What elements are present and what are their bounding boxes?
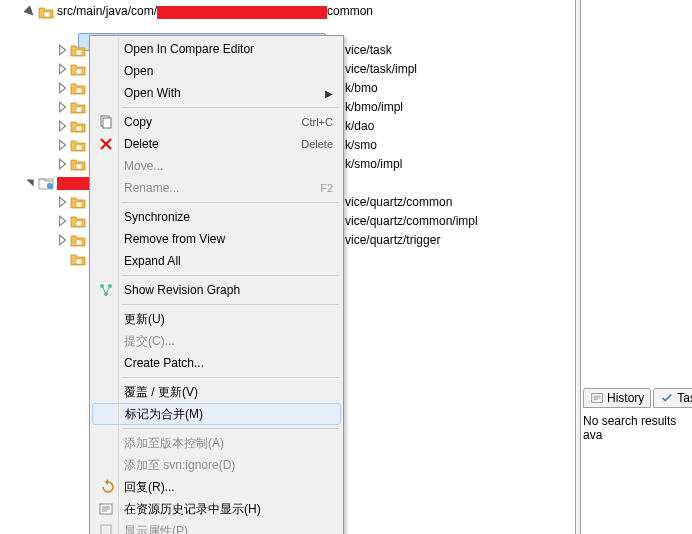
package-folder-icon — [70, 213, 86, 229]
menu-item-label: Open With — [124, 86, 321, 100]
menu-item[interactable]: Expand All — [92, 250, 341, 272]
right-panel: History Tasks No search results ava — [577, 0, 692, 534]
expander-closed-icon[interactable] — [56, 120, 68, 132]
menu-item-label: 在资源历史记录中显示(H) — [124, 501, 333, 518]
package-folder-icon — [70, 99, 86, 115]
menu-shortcut: F2 — [320, 182, 333, 194]
menu-separator — [122, 304, 339, 305]
expander-open-icon[interactable] — [24, 6, 36, 18]
history-icon — [590, 391, 604, 405]
tab-history[interactable]: History — [583, 388, 651, 408]
menu-item[interactable]: Show Revision Graph — [92, 279, 341, 301]
menu-separator — [122, 275, 339, 276]
package-folder-icon — [70, 118, 86, 134]
menu-item-label: Expand All — [124, 254, 333, 268]
expander-closed-icon[interactable] — [56, 196, 68, 208]
expander-closed-icon[interactable] — [56, 101, 68, 113]
menu-item[interactable]: CopyCtrl+C — [92, 111, 341, 133]
menu-item-label: Open — [124, 64, 333, 78]
tree-item-suffix: vice/quartz/common — [345, 195, 452, 209]
menu-item[interactable]: 覆盖 / 更新(V) — [92, 381, 341, 403]
menu-item[interactable]: Open — [92, 60, 341, 82]
svg-rect-0 — [44, 12, 50, 17]
expander-closed-icon[interactable] — [56, 215, 68, 227]
tree-item-suffix: k/smo — [345, 138, 377, 152]
menu-shortcut: Ctrl+C — [302, 116, 333, 128]
svg-rect-3 — [76, 88, 82, 93]
expander-closed-icon[interactable] — [56, 158, 68, 170]
menu-icon-empty — [94, 83, 118, 103]
svg-rect-11 — [76, 221, 82, 226]
menu-icon-divider — [118, 38, 119, 534]
package-folder-icon — [70, 251, 86, 267]
expander-closed-icon[interactable] — [56, 234, 68, 246]
tree-item-suffix: k/dao — [345, 119, 374, 133]
menu-icon-empty — [94, 382, 118, 402]
menu-item[interactable]: Synchronize — [92, 206, 341, 228]
menu-icon-empty — [94, 331, 118, 351]
menu-item[interactable]: Open With▶ — [92, 82, 341, 104]
menu-item[interactable]: Open In Compare Editor — [92, 38, 341, 60]
vertical-splitter[interactable] — [577, 0, 581, 534]
menu-item-label: Remove from View — [124, 232, 333, 246]
package-folder-icon — [70, 156, 86, 172]
menu-item[interactable]: DeleteDelete — [92, 133, 341, 155]
expander-open-icon[interactable] — [24, 177, 36, 189]
menu-item[interactable]: Remove from View — [92, 228, 341, 250]
tree-item-suffix: vice/quartz/common/impl — [345, 214, 478, 228]
menu-icon-empty — [94, 455, 118, 475]
menu-item: Rename...F2 — [92, 177, 341, 199]
menu-item-label: 更新(U) — [124, 311, 333, 328]
tree-item-suffix: vice/task/impl — [345, 62, 417, 76]
delete-icon — [94, 134, 118, 154]
menu-icon-empty — [94, 251, 118, 271]
menu-item-label: Create Patch... — [124, 356, 333, 370]
tree-root-row[interactable]: src/main/java/com/common — [0, 2, 575, 21]
history-icon — [94, 499, 118, 519]
menu-item-label: Rename... — [124, 181, 320, 195]
menu-item: 添加至版本控制(A) — [92, 432, 341, 454]
svg-rect-7 — [76, 164, 82, 169]
tab-tasks[interactable]: Tasks — [653, 388, 692, 408]
menu-item-label: Show Revision Graph — [124, 283, 333, 297]
menu-item-label: Delete — [124, 137, 301, 151]
menu-item: 显示属性(P) — [92, 520, 341, 534]
menu-shortcut: Delete — [301, 138, 333, 150]
menu-item[interactable]: 更新(U) — [92, 308, 341, 330]
package-folder-icon — [70, 42, 86, 58]
menu-item[interactable]: 回复(R)... — [92, 476, 341, 498]
menu-icon-empty — [94, 156, 118, 176]
svg-rect-1 — [76, 50, 82, 55]
menu-icon-empty — [94, 61, 118, 81]
tree-item-suffix: k/bmo/impl — [345, 100, 403, 114]
menu-item[interactable]: 在资源历史记录中显示(H) — [92, 498, 341, 520]
svg-rect-12 — [76, 240, 82, 245]
package-folder-icon — [70, 137, 86, 153]
expander-closed-icon[interactable] — [56, 44, 68, 56]
menu-item[interactable]: Create Patch... — [92, 352, 341, 374]
menu-separator — [122, 428, 339, 429]
menu-separator — [122, 377, 339, 378]
expander-closed-icon[interactable] — [56, 63, 68, 75]
revert-icon — [94, 477, 118, 497]
svg-rect-5 — [76, 126, 82, 131]
menu-item-label: Move... — [124, 159, 333, 173]
menu-item-label: 覆盖 / 更新(V) — [124, 384, 333, 401]
menu-item[interactable]: 标记为合并(M) — [92, 403, 341, 425]
svg-rect-10 — [76, 202, 82, 207]
menu-item-label: Synchronize — [124, 210, 333, 224]
expander-closed-icon[interactable] — [56, 82, 68, 94]
menu-icon-empty — [94, 309, 118, 329]
menu-item-label: Open In Compare Editor — [124, 42, 333, 56]
menu-item: 提交(C)... — [92, 330, 341, 352]
menu-separator — [122, 107, 339, 108]
svg-rect-6 — [76, 145, 82, 150]
package-folder-icon — [38, 4, 54, 20]
svg-rect-4 — [76, 107, 82, 112]
expander-none — [56, 253, 68, 265]
svg-rect-15 — [103, 118, 111, 128]
project-explorer-pane: src/main/java/com/common svice/tasksvice… — [0, 0, 576, 534]
menu-item-label: Copy — [124, 115, 302, 129]
tree-item-suffix: vice/quartz/trigger — [345, 233, 440, 247]
expander-closed-icon[interactable] — [56, 139, 68, 151]
